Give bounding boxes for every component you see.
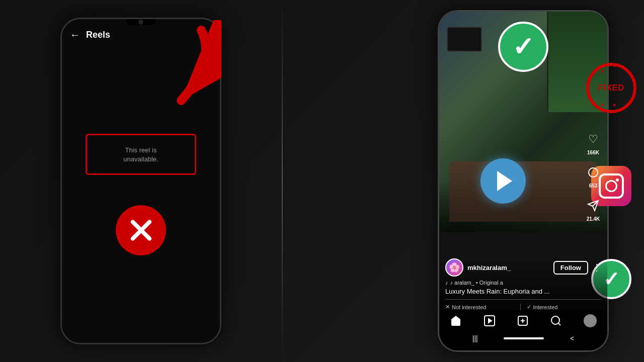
user-avatar: 🌸 (445, 258, 463, 277)
red-arrow-overlay (121, 20, 221, 113)
check-icon: ✓ (527, 304, 531, 310)
svg-point-1 (589, 168, 598, 177)
back-arrow-icon[interactable]: ← (70, 29, 80, 41)
share-icon (584, 197, 602, 215)
heart-icon: ♡ (584, 130, 602, 148)
nav-reels[interactable] (484, 315, 496, 327)
nav-profile[interactable] (584, 314, 597, 327)
fixed-badge: ★ ★ ★ FIXED ★ ★ ★ (586, 63, 636, 113)
follow-button[interactable]: Follow (553, 261, 588, 275)
home-bar (504, 337, 544, 339)
left-phone-container: ← Reels This reel is unavailable. (0, 0, 282, 362)
back-gesture-icon: ||| (472, 334, 478, 342)
nav-add[interactable] (517, 315, 529, 327)
comment-count: 653 (589, 183, 598, 189)
red-arrow-svg (121, 20, 221, 111)
badge-stars-bottom: ★ ★ ★ (600, 102, 622, 113)
nav-home[interactable] (450, 315, 462, 327)
x-icon: ✕ (445, 304, 450, 310)
left-phone-notch (126, 19, 156, 25)
more-options-icon[interactable]: ⋮ (592, 262, 601, 273)
share-action[interactable]: 21.4K (584, 197, 602, 222)
bottom-navigation: ||| < (439, 310, 607, 350)
user-row: 🌸 mkhizaralam_ Follow ⋮ (445, 258, 601, 277)
music-note-icon: ♪ (445, 280, 448, 286)
like-action[interactable]: ♡ 166K (584, 130, 602, 155)
svg-point-7 (551, 316, 559, 324)
green-check-overlay (498, 22, 548, 72)
fixed-label: FIXED (598, 83, 624, 93)
recent-apps-icon: < (570, 334, 574, 342)
bottom-info: 🌸 mkhizaralam_ Follow ⋮ ♪ ♪ aralam_ • Or… (439, 258, 607, 310)
interested-label: Interested (533, 304, 558, 310)
comment-action[interactable]: 653 (584, 163, 602, 189)
interest-bar: ✕ Not interested ✓ Interested (445, 299, 601, 310)
error-message: This reel is unavailable. (123, 146, 158, 163)
profile-avatar-nav (584, 314, 597, 327)
scene: ← Reels This reel is unavailable. (0, 0, 644, 362)
svg-marker-3 (489, 319, 492, 323)
avatar-flower-icon: 🌸 (449, 262, 460, 273)
error-box: This reel is unavailable. (86, 134, 196, 175)
nav-search[interactable] (550, 315, 562, 327)
phone-divider (282, 0, 283, 362)
like-count: 166K (587, 150, 599, 155)
instagram-camera-icon (599, 173, 624, 199)
not-interested-option[interactable]: ✕ Not interested (445, 304, 520, 310)
right-action-panel: ♡ 166K 653 (584, 130, 602, 222)
music-info: ♪ ♪ aralam_ • Original a (445, 280, 601, 286)
x-mark-icon (116, 205, 166, 255)
reel-title: Luxury Meets Rain: Euphoria and ... (445, 288, 601, 295)
badge-stars-top: ★ ★ ★ (600, 63, 622, 74)
username-label: mkhizaralam_ (467, 264, 511, 272)
reels-title: Reels (86, 30, 110, 40)
share-count: 21.4K (587, 216, 600, 222)
home-indicator: ||| < (439, 329, 607, 347)
nav-icons-row (439, 310, 607, 327)
play-triangle-icon (497, 171, 512, 191)
not-interested-label: Not interested (452, 304, 486, 310)
svg-line-8 (558, 323, 560, 325)
music-text: ♪ aralam_ • Original a (450, 280, 503, 286)
play-button-overlay[interactable] (480, 158, 526, 204)
interested-option[interactable]: ✓ Interested (520, 304, 602, 310)
room-tv (447, 27, 482, 52)
comment-icon (584, 163, 602, 182)
